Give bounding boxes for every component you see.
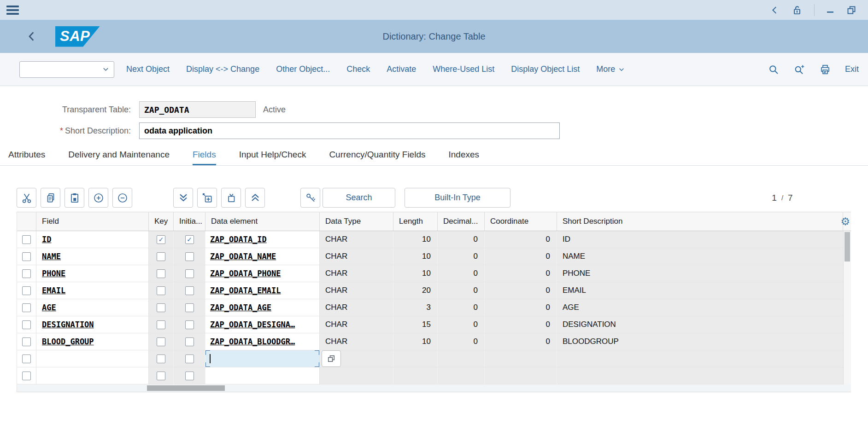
initial-checkbox[interactable] [185,269,194,278]
search-icon[interactable] [768,64,780,76]
search-plus-icon[interactable] [793,64,805,76]
row-select-checkbox[interactable] [22,303,31,312]
initial-checkbox[interactable] [185,372,194,380]
vertical-scrollbar[interactable] [843,231,851,384]
tab-input-help-check[interactable]: Input Help/Check [239,150,306,165]
menu-item-where-used-list[interactable]: Where-Used List [433,64,494,74]
menu-item-display-object-list[interactable]: Display Object List [511,64,580,74]
tab-delivery-and-maintenance[interactable]: Delivery and Maintenance [68,150,170,165]
hamburger-menu-icon[interactable] [6,6,19,15]
tab-fields[interactable]: Fields [193,150,216,165]
insert-row-button[interactable] [197,188,217,208]
remove-line-button[interactable] [112,188,132,208]
initial-cell [174,316,205,333]
page-down-button[interactable] [173,188,193,208]
horizontal-scrollbar-thumb[interactable] [147,385,225,391]
key-checkbox[interactable] [157,320,165,329]
initial-checkbox[interactable] [185,337,194,346]
value-help-button[interactable] [322,350,341,367]
row-select-checkbox[interactable] [22,372,31,380]
row-select-checkbox[interactable] [22,269,31,278]
vertical-scrollbar-thumb[interactable] [845,232,850,261]
key-checkbox[interactable] [157,269,165,278]
initial-checkbox[interactable] [185,303,194,312]
data-element-link[interactable]: ZAP_ODATA_AGE [210,303,271,312]
data-element-link[interactable]: ZAP_ODATA_ID [210,235,267,244]
sap-gui-window: Dictionary: Change Table SAP Next Object… [0,0,868,430]
data-element-link[interactable]: ZAP_ODATA_DESIGNA… [210,320,295,329]
chevron-left-icon[interactable] [770,5,780,15]
initial-checkbox[interactable] [185,286,194,295]
menu-item-more[interactable]: More [596,64,625,74]
horizontal-scrollbar[interactable] [17,384,851,392]
initial-checkbox[interactable] [185,252,194,261]
menu-item-display-change[interactable]: Display <-> Change [186,64,259,74]
row-select-checkbox[interactable] [22,286,31,295]
row-select-checkbox[interactable] [22,320,31,329]
col-header-length[interactable]: Length [393,212,438,231]
table-name-field[interactable]: ZAP_ODATA [139,101,256,118]
col-header-data-type[interactable]: Data Type [320,212,393,231]
col-header-select[interactable] [17,212,36,231]
paste-button[interactable] [65,188,84,208]
data-element-link[interactable]: ZAP_ODATA_EMAIL [210,286,281,295]
field-name-link[interactable]: DESIGNATION [42,320,94,329]
delete-row-button[interactable] [221,188,241,208]
initial-checkbox[interactable] [185,354,194,363]
field-name-link[interactable]: PHONE [42,269,65,278]
tab-attributes[interactable]: Attributes [8,150,45,165]
key-checkbox[interactable] [157,354,165,363]
tab-currency-quantity-fields[interactable]: Currency/Quantity Fields [329,150,425,165]
row-select-checkbox[interactable] [22,235,31,244]
field-name-link[interactable]: EMAIL [42,286,65,295]
key-checkbox[interactable] [157,252,165,261]
col-header-key[interactable]: Key [149,212,174,231]
menu-item-check[interactable]: Check [346,64,370,74]
col-header-decimals[interactable]: Decimal... [438,212,485,231]
key-button[interactable] [300,188,320,208]
command-combobox[interactable] [19,61,114,78]
field-name-link[interactable]: AGE [42,303,56,312]
col-header-initial[interactable]: Initia... [174,212,205,231]
copy-button[interactable] [41,188,60,208]
data-element-link[interactable]: ZAP_ODATA_NAME [210,252,276,261]
table-row: PHONE ZAP_ODATA_PHONE CHAR 10 0 0 PHONE [17,265,851,282]
restore-window-icon[interactable] [846,5,857,16]
table-settings-gear-icon[interactable]: ⚙ [840,216,850,227]
col-header-field[interactable]: Field [36,212,149,231]
key-checkbox[interactable] [157,286,165,295]
cut-button[interactable] [17,188,36,208]
printer-icon[interactable] [819,64,831,76]
short-description-input[interactable] [139,122,560,139]
row-select-checkbox[interactable] [22,337,31,346]
col-header-data-element[interactable]: Data element [205,212,320,231]
field-name-link[interactable]: BLOOD_GROUP [42,337,94,346]
tab-indexes[interactable]: Indexes [448,150,479,165]
add-line-button[interactable] [88,188,108,208]
col-header-coordinate[interactable]: Coordinate [485,212,557,231]
menu-item-activate[interactable]: Activate [387,64,416,74]
key-cell [149,282,174,299]
row-select-checkbox[interactable] [22,252,31,261]
search-button[interactable]: Search [323,188,395,208]
exit-button[interactable]: Exit [845,64,859,74]
built-in-type-button[interactable]: Built-In Type [405,188,510,208]
unlock-icon[interactable] [791,4,803,16]
initial-checkbox[interactable]: ✓ [185,235,194,244]
initial-checkbox[interactable] [185,320,194,329]
field-name-link[interactable]: NAME [42,252,61,261]
row-select-checkbox[interactable] [22,354,31,363]
key-checkbox[interactable]: ✓ [157,235,165,244]
minimize-icon[interactable] [826,5,835,15]
data-element-link[interactable]: ZAP_ODATA_PHONE [210,269,281,278]
key-checkbox[interactable] [157,303,165,312]
col-header-short-description[interactable]: Short Description [557,212,843,231]
data-element-edit-cell[interactable] [205,350,319,367]
key-checkbox[interactable] [157,372,165,380]
field-name-link[interactable]: ID [42,235,51,244]
menu-item-other-object[interactable]: Other Object... [276,64,330,74]
data-element-link[interactable]: ZAP_ODATA_BLOODGR… [210,337,295,346]
page-up-button[interactable] [245,188,265,208]
key-checkbox[interactable] [157,337,165,346]
menu-item-next-object[interactable]: Next Object [126,64,170,74]
